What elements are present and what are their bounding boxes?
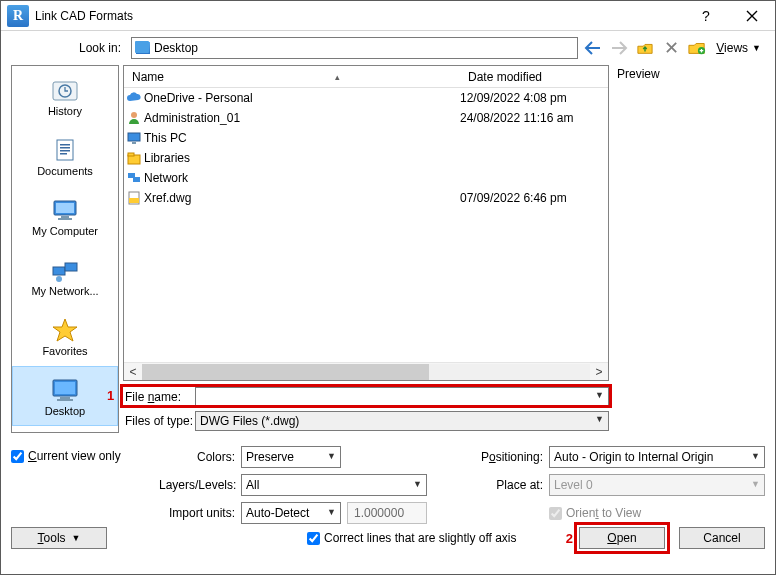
file-name: Network <box>144 171 460 185</box>
caret-down-icon: ▼ <box>752 43 761 53</box>
scroll-left-icon[interactable]: < <box>124 365 142 379</box>
nav-forward-icon <box>608 37 630 59</box>
correct-lines-checkbox[interactable]: Correct lines that are slightly off axis <box>307 531 517 545</box>
window-title: Link CAD Formats <box>35 9 133 23</box>
svg-rect-7 <box>60 153 67 155</box>
close-button[interactable] <box>729 1 775 31</box>
positioning-select[interactable]: Auto - Origin to Internal Origin <box>549 446 765 468</box>
svg-rect-20 <box>128 133 140 141</box>
filename-label: File name: <box>123 390 195 404</box>
titlebar: R Link CAD Formats ? <box>1 1 775 31</box>
place-my-network[interactable]: My Network... <box>12 246 118 306</box>
scroll-thumb[interactable] <box>142 364 429 380</box>
svg-rect-6 <box>60 150 70 152</box>
caret-down-icon: ▼ <box>595 390 604 400</box>
svg-rect-13 <box>65 263 77 271</box>
current-view-only-checkbox[interactable]: Current view only <box>11 449 159 463</box>
orient-to-view-input <box>549 507 562 520</box>
col-header-date[interactable]: Date modified <box>460 70 608 84</box>
file-date: 24/08/2022 11:16 am <box>460 111 608 125</box>
file-name: Administration_01 <box>144 111 460 125</box>
scroll-right-icon[interactable]: > <box>590 365 608 379</box>
orient-to-view-checkbox: Orient to View <box>549 506 641 520</box>
placeat-label: Place at: <box>467 478 549 492</box>
file-date: 07/09/2022 6:46 pm <box>460 191 608 205</box>
svg-rect-18 <box>57 399 73 401</box>
place-label: Documents <box>37 166 93 177</box>
filetype-combo[interactable]: DWG Files (*.dwg) ▼ <box>195 411 609 431</box>
place-label: Favorites <box>42 346 87 357</box>
network-folder-icon <box>124 171 144 185</box>
place-history[interactable]: History <box>12 66 118 126</box>
correct-lines-input[interactable] <box>307 532 320 545</box>
nav-back-icon[interactable] <box>582 37 604 59</box>
col-header-name[interactable]: Name▴ <box>124 70 460 84</box>
filename-combo[interactable]: ▼ <box>195 387 609 407</box>
lookin-combo[interactable]: Desktop <box>131 37 578 59</box>
svg-rect-11 <box>58 218 72 220</box>
layers-label: Layers/Levels: <box>159 478 241 492</box>
positioning-label: Positioning: <box>467 450 549 464</box>
file-date: 12/09/2022 4:08 pm <box>460 91 608 105</box>
preview-label: Preview <box>617 67 765 81</box>
file-name: OneDrive - Personal <box>144 91 460 105</box>
dwg-file-icon <box>124 191 144 205</box>
caret-down-icon: ▼ <box>72 533 81 543</box>
colors-select[interactable]: Preserve <box>241 446 341 468</box>
svg-rect-12 <box>53 267 65 275</box>
views-button[interactable]: Views ▼ <box>712 37 765 59</box>
nav-up-icon[interactable] <box>634 37 656 59</box>
new-folder-icon[interactable] <box>686 37 708 59</box>
preview-pane: Preview <box>613 65 765 433</box>
place-desktop[interactable]: Desktop <box>12 366 118 426</box>
horizontal-scrollbar[interactable]: < > <box>124 362 608 380</box>
list-item[interactable]: Xref.dwg 07/09/2022 6:46 pm <box>124 188 608 208</box>
placeat-select: Level 0 <box>549 474 765 496</box>
list-header-row: Name▴ Date modified <box>124 66 608 88</box>
documents-icon <box>49 136 81 164</box>
layers-select[interactable]: All <box>241 474 427 496</box>
svg-point-19 <box>131 112 137 118</box>
cloud-icon <box>124 91 144 105</box>
file-name: Xref.dwg <box>144 191 460 205</box>
cancel-button[interactable]: Cancel <box>679 527 765 549</box>
list-item[interactable]: Network <box>124 168 608 188</box>
delete-icon[interactable]: ✕ <box>660 37 682 59</box>
place-label: History <box>48 106 82 117</box>
list-item[interactable]: Administration_01 24/08/2022 11:16 am <box>124 108 608 128</box>
libraries-icon <box>124 151 144 165</box>
svg-rect-4 <box>60 144 70 146</box>
place-label: My Network... <box>31 286 98 297</box>
svg-rect-21 <box>132 142 136 144</box>
file-list[interactable]: Name▴ Date modified OneDrive - Personal … <box>123 65 609 381</box>
place-my-computer[interactable]: My Computer <box>12 186 118 246</box>
history-icon <box>49 76 81 104</box>
svg-rect-5 <box>60 147 70 149</box>
help-button[interactable]: ? <box>683 1 729 31</box>
list-item[interactable]: This PC <box>124 128 608 148</box>
units-label: Import units: <box>159 506 241 520</box>
svg-rect-16 <box>55 382 75 394</box>
place-favorites[interactable]: Favorites <box>12 306 118 366</box>
pc-icon <box>124 131 144 145</box>
sort-asc-icon: ▴ <box>335 72 340 82</box>
place-label: My Computer <box>32 226 98 237</box>
correct-lines-label: Correct lines that are slightly off axis <box>324 531 517 545</box>
svg-rect-25 <box>133 177 140 182</box>
lookin-select[interactable]: Desktop <box>131 37 578 59</box>
units-select[interactable]: Auto-Detect <box>241 502 341 524</box>
place-documents[interactable]: Documents <box>12 126 118 186</box>
filename-row: File name: ▼ <box>123 385 609 409</box>
annotation-2: 2 <box>566 531 573 546</box>
favorites-icon <box>49 316 81 344</box>
current-view-only-input[interactable] <box>11 450 24 463</box>
open-button[interactable]: Open <box>579 527 665 549</box>
list-item[interactable]: Libraries <box>124 148 608 168</box>
svg-rect-27 <box>129 198 139 203</box>
network-icon <box>49 256 81 284</box>
list-item[interactable]: OneDrive - Personal 12/09/2022 4:08 pm <box>124 88 608 108</box>
filetype-label: Files of type: <box>123 414 195 428</box>
lookin-label: Look in: <box>11 41 127 55</box>
filetype-value: DWG Files (*.dwg) <box>196 412 608 430</box>
tools-button[interactable]: Tools ▼ <box>11 527 107 549</box>
